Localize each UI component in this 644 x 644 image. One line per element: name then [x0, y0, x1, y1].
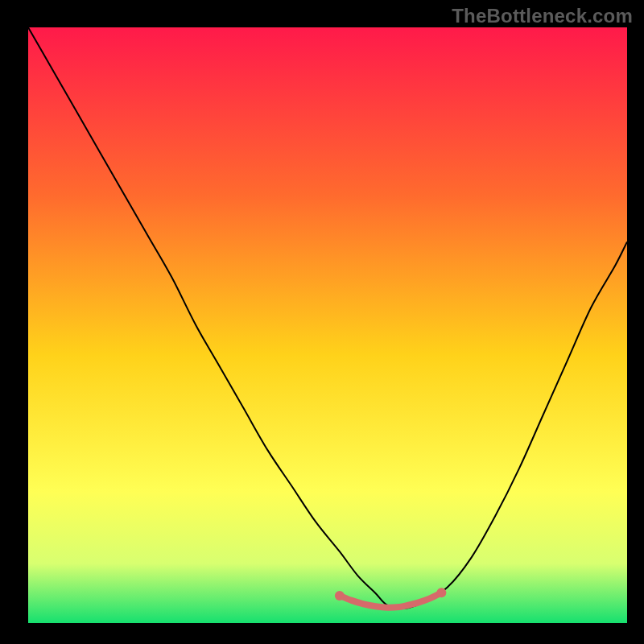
- optimal-range-end-dot: [436, 588, 446, 597]
- plot-background: [28, 27, 627, 623]
- optimal-range-start-dot: [335, 591, 345, 601]
- watermark-text: TheBottleneck.com: [452, 5, 633, 27]
- chart-svg: [0, 0, 644, 644]
- chart-container: { "watermark": "TheBottleneck.com", "col…: [0, 0, 644, 644]
